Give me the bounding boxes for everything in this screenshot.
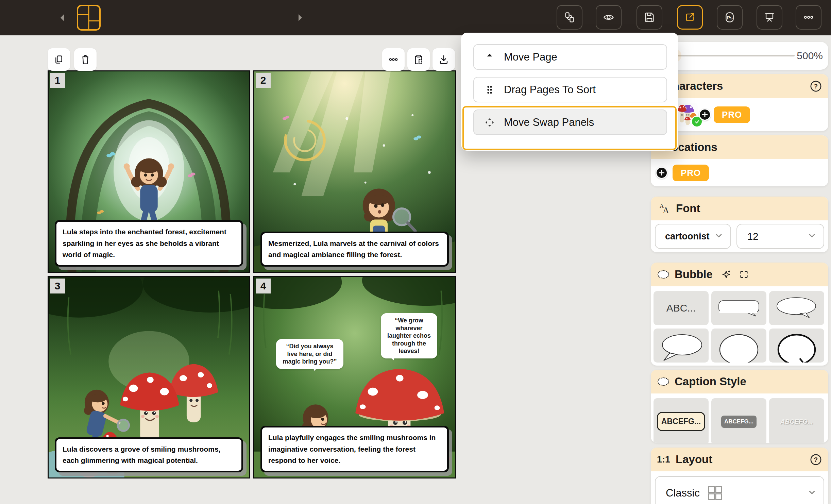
caption-style-italic[interactable]: ABCEFG...	[769, 398, 824, 443]
panel4-caption[interactable]: Lula playfully engages the smiling mushr…	[260, 426, 449, 472]
font-aa-icon: AA	[657, 201, 672, 216]
presentation-button[interactable]	[757, 5, 782, 30]
font-title: Font	[676, 202, 700, 215]
paste-button[interactable]	[407, 48, 430, 71]
layout-help-icon[interactable]: ?	[810, 453, 822, 466]
bubble-abc-label: ABC...	[666, 302, 696, 314]
add-location-button[interactable]	[656, 167, 668, 179]
locations-pro-badge[interactable]: PRO	[673, 165, 709, 181]
caption-sample-chip: ABCEFG...	[721, 416, 757, 428]
menu-item-move-page[interactable]: Move Page	[473, 44, 667, 70]
top-bar: Ps	[0, 0, 831, 35]
photoshop-export-button[interactable]: Ps	[717, 5, 743, 30]
layout-dropdown[interactable]: Classic	[655, 476, 824, 504]
duplicate-page-button[interactable]	[48, 48, 70, 71]
menu-item-label: Move Swap Panels	[504, 116, 594, 129]
zoom-slider[interactable]	[660, 55, 795, 56]
arrow-up-icon	[484, 52, 495, 63]
caption-style-boxed[interactable]: ABCEFG...	[654, 398, 709, 443]
panel-number-badge: 4	[256, 279, 271, 293]
panel1-caption[interactable]: Lula steps into the enchanted forest, ex…	[55, 220, 243, 267]
panel2-caption[interactable]: Mesmerized, Lula marvels at the carnival…	[260, 232, 449, 267]
panel-number-badge: 1	[50, 73, 65, 88]
caption-bubble-icon	[657, 377, 670, 386]
page-more-button[interactable]	[382, 48, 405, 71]
save-floppy-icon	[644, 12, 655, 23]
delete-page-button[interactable]	[74, 48, 97, 71]
save-button[interactable]	[637, 5, 662, 30]
font-family-value: cartoonist	[665, 231, 710, 242]
caption-style-card: Caption Style ABCEFG... ABCEFG... ABCEFG…	[651, 370, 828, 443]
panel-number-badge: 2	[256, 73, 271, 88]
swap-panels-button[interactable]	[557, 5, 582, 30]
layout-value: Classic	[666, 487, 700, 499]
bubble-style-round-bold[interactable]	[769, 329, 824, 363]
caption-sample-boxed: ABCEFG...	[657, 412, 705, 431]
caption-style-title: Caption Style	[675, 375, 746, 388]
caption-sample-italic: ABCEFG...	[780, 418, 813, 425]
svg-text:?: ?	[814, 83, 818, 90]
characters-pro-badge[interactable]: PRO	[714, 106, 750, 123]
chevron-down-icon	[807, 488, 817, 499]
comic-panel-1[interactable]: 1 Lula steps into the enchanted forest, …	[48, 70, 250, 273]
font-card: AA Font cartoonist 12	[651, 197, 828, 252]
app-root: Ps	[0, 0, 831, 504]
duplicate-icon	[53, 54, 64, 65]
bubble-style-round[interactable]	[711, 329, 766, 363]
drag-dots-icon	[484, 84, 495, 95]
caption-style-chip[interactable]: ABCEFG...	[711, 398, 766, 443]
layout-title: Layout	[676, 453, 712, 466]
bubble-style-rounded-rect[interactable]	[711, 291, 766, 325]
add-character-button[interactable]	[699, 108, 711, 121]
speech-bubble-mushroom[interactable]: “We grow wharever laughter echos through…	[381, 313, 437, 358]
page-thumbnail[interactable]	[77, 5, 101, 31]
download-page-button[interactable]	[433, 48, 455, 71]
eye-icon	[603, 12, 614, 23]
bubble-card: Bubble ABC...	[651, 263, 828, 366]
characters-help-icon[interactable]: ?	[810, 80, 822, 93]
font-family-dropdown[interactable]: cartoonist	[655, 224, 731, 249]
move-cross-icon	[484, 117, 495, 128]
bubble-style-oval[interactable]	[769, 291, 824, 325]
comic-panel-4[interactable]: 4 “Did you always live here, or did magi…	[253, 276, 456, 478]
photoshop-icon: Ps	[724, 12, 735, 23]
chevron-down-icon	[714, 231, 724, 242]
font-size-dropdown[interactable]: 12	[736, 224, 824, 249]
menu-item-drag-pages[interactable]: Drag Pages To Sort	[473, 77, 667, 102]
speech-bubble-girl[interactable]: “Did you always live here, or did magic …	[276, 339, 343, 369]
prev-page-icon[interactable]	[57, 11, 67, 24]
ai-sparkle-icon[interactable]	[722, 269, 732, 280]
chevron-down-icon	[807, 231, 817, 242]
layout-card: 1:1 Layout ? Classic	[651, 448, 828, 504]
bubble-style-oval-left-tail[interactable]	[654, 329, 709, 363]
svg-text:?: ?	[814, 456, 818, 463]
bubble-style-abc[interactable]: ABC...	[654, 291, 709, 325]
page-options-menu: Move Page Drag Pages To Sort Move Swap P…	[461, 33, 678, 151]
next-page-icon[interactable]	[295, 11, 305, 24]
zoom-value: 500%	[797, 50, 823, 62]
comic-panel-3[interactable]: 3 Lula discovers a grove of smiling mush…	[48, 276, 250, 478]
download-icon	[438, 54, 449, 65]
grid-2x2-icon	[707, 485, 723, 501]
presentation-icon	[764, 12, 775, 23]
bubble-title: Bubble	[675, 268, 713, 281]
panel3-caption[interactable]: Lula discovers a grove of smiling mushro…	[55, 437, 243, 472]
panel-number-badge: 3	[50, 279, 65, 293]
layout-ratio-label: 1:1	[657, 454, 670, 465]
expand-selection-icon[interactable]	[739, 270, 749, 279]
bubble-icon	[657, 270, 670, 279]
svg-text:A: A	[663, 205, 669, 215]
clipboard-paste-icon	[413, 54, 424, 65]
ellipsis-icon	[803, 12, 814, 23]
more-options-button[interactable]	[796, 5, 821, 30]
ellipsis-icon	[388, 54, 399, 65]
export-button[interactable]	[677, 5, 703, 30]
preview-button[interactable]	[596, 5, 622, 30]
export-icon	[684, 12, 696, 23]
menu-item-label: Drag Pages To Sort	[504, 84, 596, 96]
trash-icon	[80, 54, 91, 65]
menu-item-move-swap-panels[interactable]: Move Swap Panels	[473, 110, 667, 135]
comic-panel-2[interactable]: 2 Mesmerized, Lula marvels at the carniv…	[253, 70, 456, 273]
swap-panels-icon	[564, 12, 575, 23]
font-size-value: 12	[747, 231, 758, 242]
